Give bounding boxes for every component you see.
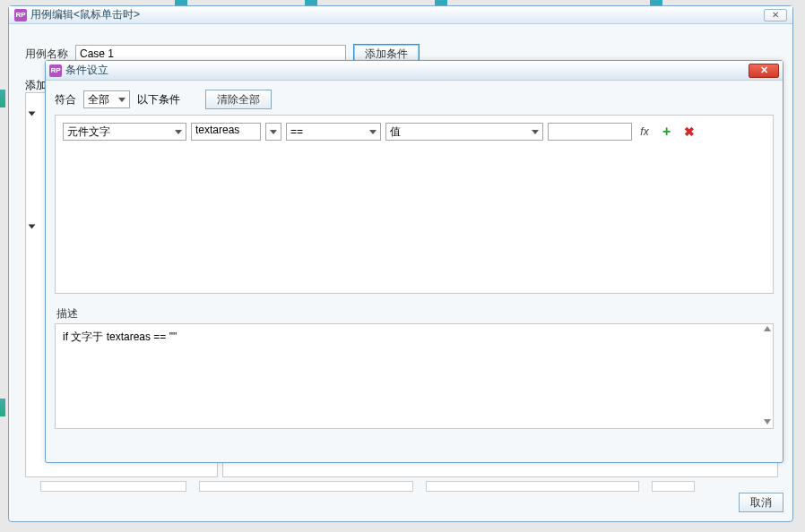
add-condition-icon[interactable]: +	[657, 124, 676, 140]
tree-expand-icon[interactable]	[29, 112, 36, 116]
close-icon[interactable]: ✕	[764, 9, 787, 21]
cancel-button[interactable]: 取消	[739, 493, 783, 512]
operator-select[interactable]: ==	[286, 123, 381, 141]
case-name-label: 用例名称	[25, 47, 68, 62]
fx-button[interactable]: fx	[636, 125, 653, 138]
add-action-label: 添加	[25, 78, 47, 93]
scroll-down-icon[interactable]	[764, 419, 771, 426]
target-widget-picker[interactable]	[265, 123, 281, 141]
scroll-up-icon[interactable]	[764, 326, 771, 333]
tree-expand-icon[interactable]	[29, 225, 36, 229]
description-label: 描述	[55, 306, 774, 322]
app-icon: RP	[14, 9, 27, 21]
condition-builder-titlebar[interactable]: RP 条件设立 ✕	[46, 61, 783, 81]
description-text: if 文字于 textareas == ""	[63, 330, 177, 343]
condition-row: 元件文字 textareas == 值 fx + ✖	[63, 123, 766, 141]
rhs-type-select[interactable]: 值	[385, 123, 543, 141]
condition-builder-window: RP 条件设立 ✕ 符合 全部 以下条件 清除全部 元件文字 textareas…	[45, 60, 783, 463]
match-prefix-label: 符合	[55, 92, 76, 107]
bottom-strip	[40, 481, 695, 492]
delete-condition-icon[interactable]: ✖	[680, 124, 698, 139]
rhs-value-input[interactable]	[548, 123, 632, 141]
match-scope-select[interactable]: 全部	[83, 90, 130, 108]
close-icon[interactable]: ✕	[749, 64, 779, 78]
target-widget-input[interactable]: textareas	[191, 123, 261, 141]
case-editor-title: 用例编辑<鼠标单击时>	[30, 7, 140, 22]
match-suffix-label: 以下条件	[137, 92, 180, 107]
attribute-select[interactable]: 元件文字	[63, 123, 186, 141]
app-icon: RP	[49, 64, 62, 77]
clear-all-button[interactable]: 清除全部	[205, 90, 272, 109]
case-editor-titlebar[interactable]: RP 用例编辑<鼠标单击时> ✕	[9, 6, 792, 24]
conditions-panel: 元件文字 textareas == 值 fx + ✖	[55, 115, 774, 294]
condition-builder-title: 条件设立	[65, 63, 108, 78]
description-box[interactable]: if 文字于 textareas == ""	[55, 323, 774, 429]
